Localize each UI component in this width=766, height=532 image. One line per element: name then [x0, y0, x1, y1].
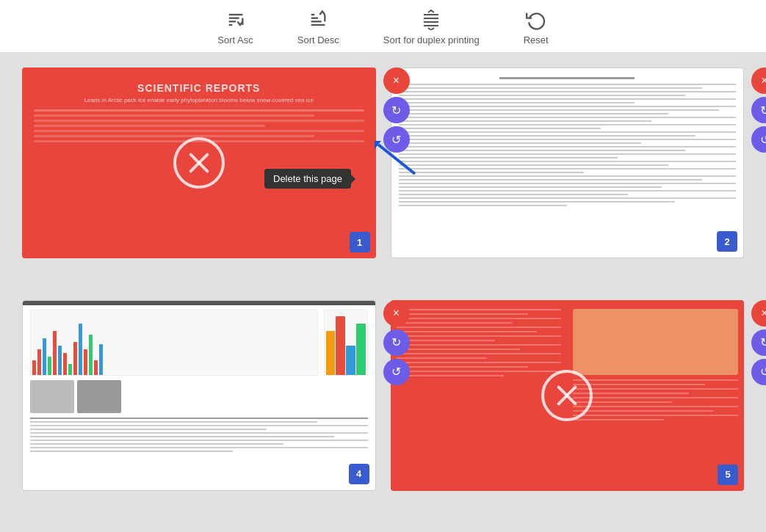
toolbar: Sort Asc Sort Desc Sor — [0, 0, 766, 53]
page-number-4: 4 — [349, 464, 369, 484]
pages-grid: SCIENTIFIC REPORTS Leads in Arctic pack … — [0, 53, 766, 532]
sort-desc-button[interactable]: Sort Desc — [297, 8, 339, 45]
page-5-container: 5 × ↻ ↺ — [391, 300, 745, 518]
page-1-subtitle: Leads in Arctic pack ice enable early ph… — [34, 97, 364, 103]
sort-asc-button[interactable]: Sort Asc — [217, 8, 253, 45]
reset-icon — [524, 8, 548, 32]
page-4-thumbnail: 4 — [22, 300, 376, 491]
reset-button[interactable]: Reset — [524, 8, 549, 45]
rotate-ccw-page-2-button[interactable]: ↺ — [751, 126, 766, 153]
page-1-title: SCIENTIFIC REPORTS — [34, 82, 364, 94]
page-4-actions: × ↻ ↺ — [383, 300, 410, 385]
reset-label: Reset — [524, 34, 549, 45]
svg-line-15 — [378, 145, 415, 174]
page-1-actions: × ↻ ↺ — [383, 68, 410, 153]
page-1-thumbnail: SCIENTIFIC REPORTS Leads in Arctic pack … — [22, 68, 376, 258]
sort-duplex-label: Sort for duplex printing — [383, 34, 480, 45]
sort-duplex-icon — [419, 8, 443, 32]
page-number-1: 1 — [350, 232, 370, 252]
rotate-ccw-page-5-button[interactable]: ↺ — [751, 359, 766, 385]
page-number-2: 2 — [717, 231, 737, 252]
arrow-indicator — [375, 141, 419, 181]
sort-asc-icon — [224, 8, 247, 32]
delete-page-4-button[interactable]: × — [383, 300, 410, 327]
sort-asc-label: Sort Asc — [217, 34, 253, 45]
rotate-cw-page-5-button[interactable]: ↻ — [751, 329, 766, 356]
rotate-cw-page-4-button[interactable]: ↻ — [383, 329, 410, 356]
sort-desc-icon — [306, 8, 330, 32]
delete-page-5-button[interactable]: × — [751, 300, 766, 327]
page-number-5: 5 — [718, 464, 738, 485]
delete-overlay-icon-1 — [173, 137, 225, 189]
page-2-container: 2 × ↻ ↺ — [391, 68, 745, 285]
sort-duplex-button[interactable]: Sort for duplex printing — [383, 8, 480, 45]
page-1-container: SCIENTIFIC REPORTS Leads in Arctic pack … — [22, 68, 376, 285]
sort-desc-label: Sort Desc — [297, 34, 339, 45]
delete-page-2-button[interactable]: × — [751, 68, 766, 94]
page-2-thumbnail: 2 — [391, 68, 745, 258]
rotate-ccw-page-4-button[interactable]: ↺ — [383, 359, 410, 385]
delete-overlay-icon-5 — [541, 370, 593, 421]
page-4-container: 4 × ↻ ↺ — [22, 300, 376, 518]
page-2-actions: × ↻ ↺ — [751, 68, 766, 153]
rotate-cw-page-2-button[interactable]: ↻ — [751, 97, 766, 123]
page-5-thumbnail: 5 — [391, 300, 745, 491]
delete-tooltip: Delete this page — [264, 169, 351, 189]
page-5-actions: × ↻ ↺ — [751, 300, 766, 385]
delete-page-1-button[interactable]: × — [383, 68, 410, 94]
rotate-cw-page-1-button[interactable]: ↻ — [383, 97, 410, 123]
